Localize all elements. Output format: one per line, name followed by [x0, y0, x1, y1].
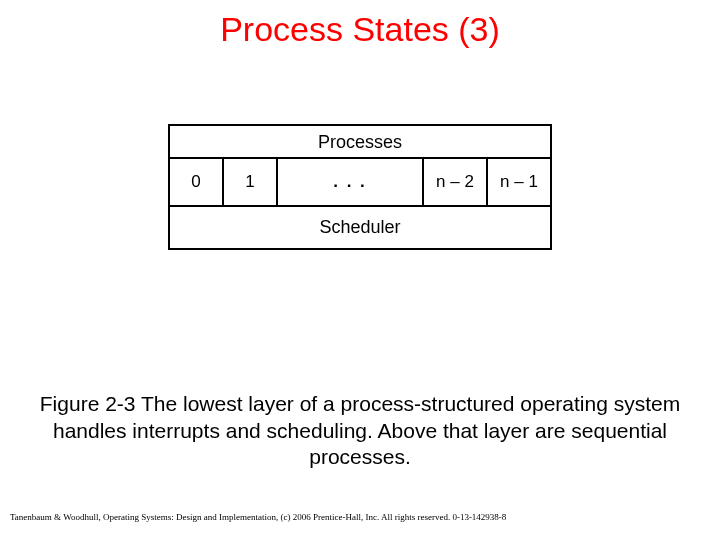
slide-title: Process States (3)	[0, 0, 720, 49]
process-slots-row: 0 1 . . . n – 2 n – 1	[170, 157, 550, 207]
processes-label: Processes	[170, 126, 550, 157]
process-slot-0: 0	[170, 159, 224, 205]
process-slot-1: 1	[224, 159, 278, 205]
copyright-footer: Tanenbaum & Woodhull, Operating Systems:…	[10, 512, 506, 522]
figure-caption: Figure 2-3 The lowest layer of a process…	[20, 391, 700, 470]
process-slots-ellipsis: . . .	[278, 159, 424, 205]
process-slot-n-2: n – 2	[424, 159, 488, 205]
process-slot-n-1: n – 1	[488, 159, 550, 205]
diagram-box: Processes 0 1 . . . n – 2 n – 1 Schedule…	[168, 124, 552, 250]
figure-diagram: Processes 0 1 . . . n – 2 n – 1 Schedule…	[0, 124, 720, 250]
scheduler-label: Scheduler	[170, 207, 550, 248]
